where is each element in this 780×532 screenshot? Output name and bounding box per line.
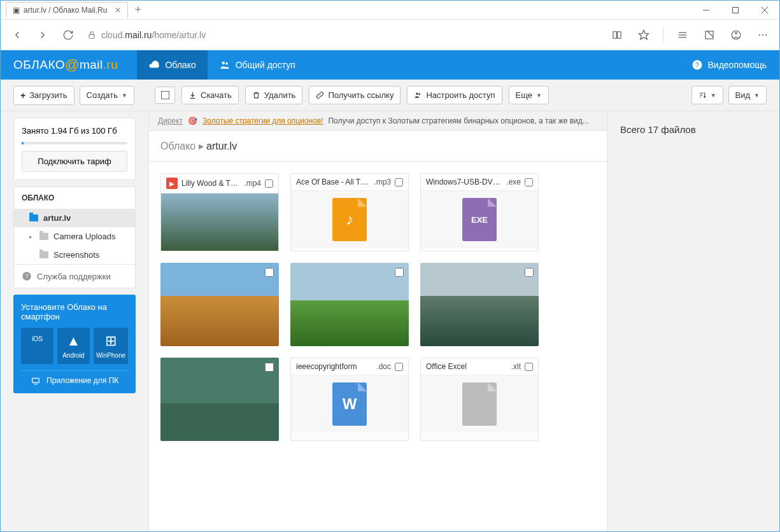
configure-access-button[interactable]: Настроить доступ [407,86,502,104]
svg-point-12 [222,62,225,65]
reload-button[interactable] [57,24,80,46]
file-checkbox[interactable] [265,179,273,188]
sort-icon [698,91,707,99]
tab-close-icon[interactable]: ✕ [115,6,121,15]
total-files-label: Всего 17 файлов [620,124,767,135]
address-bar[interactable]: cloud.mail.ru/home/artur.lv [82,30,603,40]
video-badge-icon: ▶ [166,178,178,189]
image-card[interactable] [420,263,539,346]
sort-button[interactable]: ▼ [691,86,723,104]
people-icon [219,59,230,71]
file-checkbox[interactable] [395,178,403,186]
folder-tree: ОБЛАКО artur.lv ▸Camera Uploads Screensh… [13,186,136,288]
favorite-icon[interactable] [632,24,655,46]
forward-button[interactable] [31,24,54,46]
cloud-icon [148,59,160,71]
reading-mode-icon[interactable] [606,24,628,46]
tree-item-screenshots[interactable]: Screenshots [14,246,135,264]
ad-link: Золотые стратегии для опционов! [202,116,323,125]
browser-tab[interactable]: ▣ artur.lv / Облако Mail.Ru ✕ [6,2,128,18]
image-card[interactable] [160,358,279,441]
mobile-promo: Установите Облако на смартфон iOS ▲Andro… [13,295,136,393]
tab-cloud[interactable]: Облако [137,50,207,80]
svg-text:?: ? [25,273,28,279]
link-icon [316,91,324,99]
svg-rect-20 [32,378,39,382]
promo-winphone[interactable]: ⊞WinPhone [94,328,128,364]
lock-icon [87,31,96,39]
file-checkbox[interactable] [265,363,274,372]
window-minimize-button[interactable] [691,1,721,20]
video-thumbnail [161,193,278,251]
tree-item-camera[interactable]: ▸Camera Uploads [14,227,135,246]
image-card[interactable] [290,263,409,346]
folder-icon [29,214,38,221]
storage-text: Занято 1.94 Гб из 100 Гб [22,126,127,136]
select-all-button[interactable] [155,87,175,104]
back-button[interactable] [6,24,29,46]
more-button[interactable]: Еще▼ [509,86,549,104]
promo-android[interactable]: ▲Android [57,328,90,364]
file-card-mp4[interactable]: ▶Lilly Wood & T….mp4 [160,173,279,251]
svg-rect-1 [733,8,739,13]
svg-rect-9 [706,31,713,39]
file-checkbox[interactable] [395,268,404,277]
share-icon[interactable] [725,24,748,46]
monitor-icon [31,377,41,386]
support-link[interactable]: ? Служба поддержки [14,264,135,288]
file-card-exe[interactable]: Windows7-USB-DV….exe EXE [420,173,539,251]
file-card-xlt[interactable]: Office Excel.xlt [420,358,539,441]
get-link-button[interactable]: Получить ссылку [309,86,401,104]
ad-direct-label: Директ [158,116,183,125]
window-close-button[interactable] [750,1,779,20]
svg-point-11 [735,32,737,34]
svg-marker-5 [639,30,649,39]
ad-text: Получи доступ к Золотым стратегиям бинар… [328,116,588,125]
promo-pc-link[interactable]: Приложение для ПК [21,370,128,386]
file-checkbox[interactable] [525,178,533,186]
tab-share[interactable]: Общий доступ [208,50,307,80]
file-checkbox[interactable] [395,363,403,371]
promo-title: Установите Облако на смартфон [21,302,128,321]
tab-icon: ▣ [13,6,20,15]
window-title-bar: ▣ artur.lv / Облако Mail.Ru ✕ + [1,1,779,20]
tree-title: ОБЛАКО [14,187,135,209]
help-icon: ? [691,59,703,71]
folder-icon [39,251,48,258]
folder-icon [39,233,48,240]
music-file-icon: ♪ [332,198,367,241]
window-maximize-button[interactable] [721,1,750,20]
android-icon: ▲ [60,333,87,349]
people-icon [414,91,422,99]
more-icon[interactable]: ⋯ [751,24,774,46]
create-button[interactable]: Создать▼ [80,86,134,105]
promo-ios[interactable]: iOS [21,328,53,364]
exe-file-icon: EXE [462,198,497,241]
image-card[interactable] [160,263,279,346]
breadcrumb-root[interactable]: Облако [160,141,195,151]
download-button[interactable]: Скачать [181,86,239,104]
file-card-doc[interactable]: ieeecopyrightform.doc W [290,358,409,441]
tariff-button[interactable]: Подключить тариф [22,151,127,172]
ad-banner[interactable]: Директ 🎯 Золотые стратегии для опционов!… [149,111,607,131]
video-help-link[interactable]: ? Видеопомощь [691,59,767,71]
new-tab-button[interactable]: + [128,1,148,19]
svg-text:?: ? [695,61,699,69]
delete-button[interactable]: Удалить [245,86,303,104]
file-checkbox[interactable] [525,268,534,277]
file-grid: ▶Lilly Wood & T….mp4 Ace Of Base - All T… [149,162,607,452]
logo[interactable]: ОБЛАКО@mail.ru [13,57,118,73]
file-checkbox[interactable] [525,363,533,371]
hub-icon[interactable] [671,24,694,46]
content-area: Директ 🎯 Золотые стратегии для опционов!… [148,111,607,531]
svg-rect-4 [89,34,94,38]
storage-panel: Занято 1.94 Гб из 100 Гб Подключить тари… [13,118,136,180]
tree-item-artur[interactable]: artur.lv [14,209,135,227]
url-text: cloud.mail.ru/home/artur.lv [101,30,206,40]
file-card-mp3[interactable]: Ace Of Base - All T….mp3 ♪ [290,173,409,251]
note-icon[interactable] [698,24,721,46]
view-button[interactable]: Вид▼ [728,86,767,104]
trash-icon [252,91,260,99]
file-checkbox[interactable] [265,268,274,277]
upload-button[interactable]: +Загрузить [13,86,74,105]
